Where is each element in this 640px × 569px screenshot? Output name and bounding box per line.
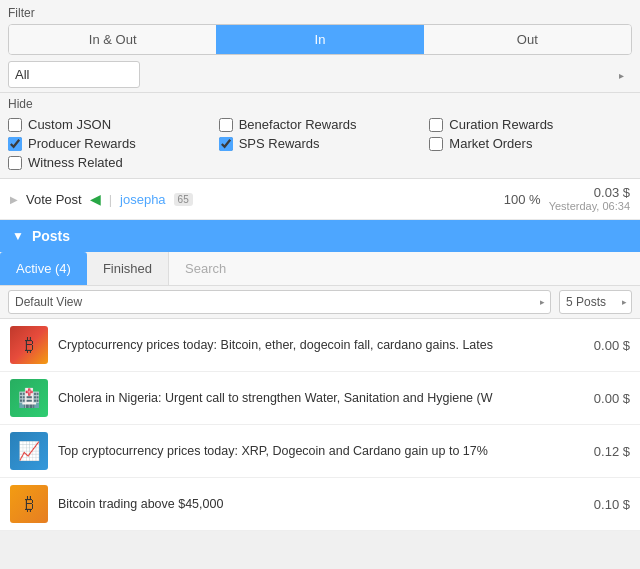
posts-count-select[interactable]: 5 Posts 10 Posts 20 Posts 50 Posts [559,290,632,314]
hide-item-market-orders: Market Orders [429,136,632,151]
expand-icon[interactable]: ▶ [10,194,18,205]
checkbox-witness-related[interactable] [8,156,22,170]
thumb-icon-2: 🏥 [10,379,48,417]
hide-section: Hide Custom JSON Benefactor Rewards Cura… [0,93,640,179]
hide-item-custom-json: Custom JSON [8,117,211,132]
arrow-left-icon: ◀ [90,191,101,207]
list-item[interactable]: 📈 Top cryptocurrency prices today: XRP, … [0,425,640,478]
list-item[interactable]: 🏥 Cholera in Nigeria: Urgent call to str… [0,372,640,425]
toggle-in-out[interactable]: In & Out [9,25,216,54]
hide-item-benefactor-rewards: Benefactor Rewards [219,117,422,132]
post-thumbnail-1: ₿ [10,326,48,364]
vote-post-right: 0.03 $ Yesterday, 06:34 [549,185,630,213]
tab-search[interactable]: Search [168,252,640,285]
list-item[interactable]: ₿ Bitcoin trading above $45,000 0.10 $ [0,478,640,531]
list-item[interactable]: ₿ Cryptocurrency prices today: Bitcoin, … [0,319,640,372]
posts-count-wrapper: 5 Posts 10 Posts 20 Posts 50 Posts [559,290,632,314]
toggle-in[interactable]: In [216,25,423,54]
hide-item-sps-rewards: SPS Rewards [219,136,422,151]
posts-header: ▼ Posts [0,220,640,252]
checkbox-custom-json[interactable] [8,118,22,132]
label-market-orders[interactable]: Market Orders [449,136,532,151]
checkbox-curation-rewards[interactable] [429,118,443,132]
toggle-out[interactable]: Out [424,25,631,54]
hide-item-witness-related: Witness Related [8,155,211,170]
label-custom-json[interactable]: Custom JSON [28,117,111,132]
label-curation-rewards[interactable]: Curation Rewards [449,117,553,132]
checkbox-benefactor-rewards[interactable] [219,118,233,132]
post-amount-3: 0.12 $ [578,444,630,459]
thumb-icon-4: ₿ [10,485,48,523]
posts-caret-icon: ▼ [12,229,24,243]
filter-section: Filter In & Out In Out All Custom JSON P… [0,0,640,93]
thumb-icon-1: ₿ [10,326,48,364]
post-title-4: Bitcoin trading above $45,000 [58,496,568,512]
view-controls: Default View Compact View Detailed View … [0,286,640,319]
vote-post-row: ▶ Vote Post ◀ | josepha 65 100 % 0.03 $ … [0,179,640,220]
checkbox-producer-rewards[interactable] [8,137,22,151]
post-amount-4: 0.10 $ [578,497,630,512]
toggle-group: In & Out In Out [8,24,632,55]
post-thumbnail-2: 🏥 [10,379,48,417]
label-witness-related[interactable]: Witness Related [28,155,123,170]
tab-finished[interactable]: Finished [87,252,168,285]
all-dropdown-wrapper: All Custom JSON Producer Rewards Witness… [8,61,632,88]
hide-item-producer-rewards: Producer Rewards [8,136,211,151]
hide-grid: Custom JSON Benefactor Rewards Curation … [8,117,632,170]
checkbox-sps-rewards[interactable] [219,137,233,151]
vote-percent: 100 % [504,192,541,207]
all-dropdown[interactable]: All Custom JSON Producer Rewards Witness… [8,61,140,88]
vote-time: Yesterday, 06:34 [549,200,630,213]
post-thumbnail-3: 📈 [10,432,48,470]
label-producer-rewards[interactable]: Producer Rewards [28,136,136,151]
post-thumbnail-4: ₿ [10,485,48,523]
filter-label: Filter [8,6,632,20]
post-title-3: Top cryptocurrency prices today: XRP, Do… [58,443,568,459]
post-list: ₿ Cryptocurrency prices today: Bitcoin, … [0,319,640,531]
user-level-badge: 65 [174,193,193,206]
divider: | [109,192,112,207]
posts-tabs: Active (4) Finished Search [0,252,640,286]
view-dropdown[interactable]: Default View Compact View Detailed View [8,290,551,314]
vote-post-label: Vote Post [26,192,82,207]
vote-post-user[interactable]: josepha [120,192,166,207]
label-benefactor-rewards[interactable]: Benefactor Rewards [239,117,357,132]
view-dropdown-wrapper: Default View Compact View Detailed View [8,290,551,314]
checkbox-market-orders[interactable] [429,137,443,151]
post-amount-2: 0.00 $ [578,391,630,406]
post-title-2: Cholera in Nigeria: Urgent call to stren… [58,390,568,406]
post-amount-1: 0.00 $ [578,338,630,353]
post-title-1: Cryptocurrency prices today: Bitcoin, et… [58,337,568,353]
thumb-icon-3: 📈 [10,432,48,470]
hide-label: Hide [8,97,632,111]
vote-amount: 0.03 $ [580,185,630,200]
tab-active[interactable]: Active (4) [0,252,87,285]
hide-item-curation-rewards: Curation Rewards [429,117,632,132]
label-sps-rewards[interactable]: SPS Rewards [239,136,320,151]
posts-title: Posts [32,228,70,244]
